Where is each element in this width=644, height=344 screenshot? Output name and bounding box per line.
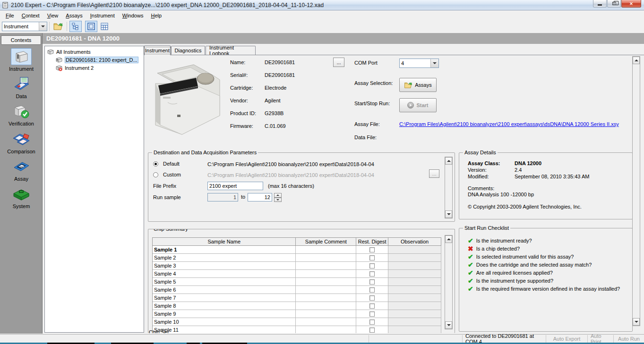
main-scrollbar[interactable] <box>632 56 640 326</box>
col-sample-name[interactable]: Sample Name <box>153 238 296 246</box>
menu-windows[interactable]: Windows <box>119 11 147 20</box>
context-selector[interactable] <box>2 22 47 31</box>
rest-digest-checkbox[interactable] <box>369 327 375 333</box>
table-row[interactable]: Sample 10 <box>153 318 441 326</box>
tab-instrument-logbook[interactable]: Instrument Logbook <box>206 46 256 55</box>
sample-name-cell[interactable]: Sample 11 <box>153 326 296 333</box>
rest-digest-cell[interactable] <box>356 246 388 254</box>
table-row[interactable]: Sample 4 <box>153 270 441 278</box>
scroll-down-button[interactable] <box>633 318 640 326</box>
rest-digest-cell[interactable] <box>356 318 388 326</box>
sample-name-cell[interactable]: Sample 5 <box>153 278 296 286</box>
assay-file-link[interactable]: C:\Program Files\Agilent\2100 bioanalyze… <box>399 121 619 127</box>
open-assay-button[interactable] <box>52 21 64 32</box>
chip-summary-scrollbar[interactable] <box>445 235 453 329</box>
tree-item-instrument-2[interactable]: Instrument 2 <box>45 64 144 72</box>
rest-digest-cell[interactable] <box>356 326 388 333</box>
col-rest-digest[interactable]: Rest. Digest <box>356 238 388 246</box>
sidebar-item-data[interactable]: Data <box>0 76 43 99</box>
menu-assays[interactable]: Assays <box>62 11 86 20</box>
menu-context[interactable]: Context <box>18 11 43 20</box>
close-button[interactable]: ✕ <box>621 0 641 8</box>
menu-instrument[interactable]: Instrument <box>86 11 119 20</box>
tree-item-de20901681[interactable]: DE20901681: 2100 expert_D... <box>45 56 144 64</box>
sidebar-item-verification[interactable]: Verification <box>0 103 43 126</box>
sample-name-cell[interactable]: Sample 1 <box>153 246 296 254</box>
rest-digest-checkbox[interactable] <box>369 295 375 301</box>
sidebar-item-instrument[interactable]: Instrument <box>0 48 43 72</box>
custom-path-browse-button[interactable]: ... <box>429 169 439 178</box>
single-window-button[interactable] <box>85 21 97 32</box>
scroll-up-button[interactable] <box>445 157 452 165</box>
rest-digest-checkbox[interactable] <box>369 319 375 325</box>
sample-name-cell[interactable]: Sample 9 <box>153 310 296 318</box>
sample-comment-cell[interactable] <box>296 262 356 270</box>
tree-view-button[interactable] <box>69 21 82 32</box>
context-selector-dropdown[interactable] <box>39 22 47 31</box>
sample-comment-cell[interactable] <box>296 270 356 278</box>
context-selector-value[interactable] <box>2 23 39 30</box>
table-row[interactable]: Sample 2 <box>153 254 441 262</box>
run-sample-stepper[interactable] <box>274 193 282 202</box>
table-row[interactable]: Sample 3 <box>153 262 441 270</box>
rest-digest-cell[interactable] <box>356 254 388 262</box>
rest-digest-checkbox[interactable] <box>369 279 375 285</box>
sample-name-cell[interactable]: Sample 3 <box>153 262 296 270</box>
sample-name-cell[interactable]: Sample 4 <box>153 270 296 278</box>
rest-digest-cell[interactable] <box>356 286 388 294</box>
menu-file[interactable]: File <box>2 11 18 20</box>
table-row[interactable]: Sample 11 <box>153 326 441 333</box>
scroll-up-button[interactable] <box>633 57 640 64</box>
default-radio[interactable] <box>153 161 158 167</box>
com-port-select[interactable] <box>399 59 439 68</box>
table-row[interactable]: Sample 6 <box>153 286 441 294</box>
rest-digest-checkbox[interactable] <box>369 311 375 317</box>
instrument-more-button[interactable]: ... <box>333 58 344 67</box>
sample-comment-cell[interactable] <box>296 326 356 333</box>
sample-name-cell[interactable]: Sample 2 <box>153 254 296 262</box>
start-button[interactable]: Start <box>399 98 437 112</box>
title-bar[interactable]: 2100 Expert - C:\Program Files\Agilent\2… <box>0 0 644 10</box>
scroll-up-button[interactable] <box>445 235 452 243</box>
com-port-value[interactable] <box>400 59 430 67</box>
rest-digest-checkbox[interactable] <box>369 287 375 293</box>
rest-digest-checkbox[interactable] <box>369 247 375 252</box>
menu-help[interactable]: Help <box>147 11 165 20</box>
sample-comment-cell[interactable] <box>296 294 356 302</box>
contexts-header-button[interactable]: Contexts <box>1 35 41 45</box>
sample-name-cell[interactable]: Sample 10 <box>153 318 296 326</box>
sample-comment-cell[interactable] <box>296 318 356 326</box>
table-row[interactable]: Sample 1 <box>153 246 441 254</box>
sample-name-cell[interactable]: Sample 6 <box>153 286 296 294</box>
sample-comment-cell[interactable] <box>296 278 356 286</box>
rest-digest-cell[interactable] <box>356 294 388 302</box>
rest-digest-cell[interactable] <box>356 302 388 310</box>
sidebar-item-comparison[interactable]: Comparison <box>0 131 43 154</box>
run-sample-to-input[interactable] <box>248 193 272 201</box>
table-row[interactable]: Sample 8 <box>153 302 441 310</box>
rest-digest-checkbox[interactable] <box>369 271 375 277</box>
tab-instrument[interactable]: Instrument <box>144 45 171 55</box>
scroll-down-button[interactable] <box>445 321 452 329</box>
table-row[interactable]: Sample 7 <box>153 294 441 302</box>
col-sample-comment[interactable]: Sample Comment <box>296 238 356 246</box>
rest-digest-cell[interactable] <box>356 262 388 270</box>
assays-button[interactable]: Assays <box>399 78 437 92</box>
minimize-button[interactable] <box>593 0 607 8</box>
sample-name-cell[interactable]: Sample 7 <box>153 294 296 302</box>
stepper-down-button[interactable] <box>274 198 282 202</box>
sample-comment-cell[interactable] <box>296 302 356 310</box>
col-observation[interactable]: Observation <box>388 238 441 246</box>
sample-comment-cell[interactable] <box>296 254 356 262</box>
rest-digest-cell[interactable] <box>356 278 388 286</box>
tab-diagnostics[interactable]: Diagnostics <box>171 46 205 55</box>
com-port-dropdown[interactable] <box>430 59 438 67</box>
sidebar-item-system[interactable]: System <box>0 185 43 209</box>
custom-radio[interactable] <box>153 172 158 177</box>
auto-export-status[interactable]: Auto Export <box>546 335 587 343</box>
rest-digest-checkbox[interactable] <box>369 303 375 309</box>
table-row[interactable]: Sample 9 <box>153 310 441 318</box>
menu-view[interactable]: View <box>43 11 62 20</box>
rest-digest-cell[interactable] <box>356 270 388 278</box>
run-sample-from-input[interactable] <box>207 193 238 201</box>
